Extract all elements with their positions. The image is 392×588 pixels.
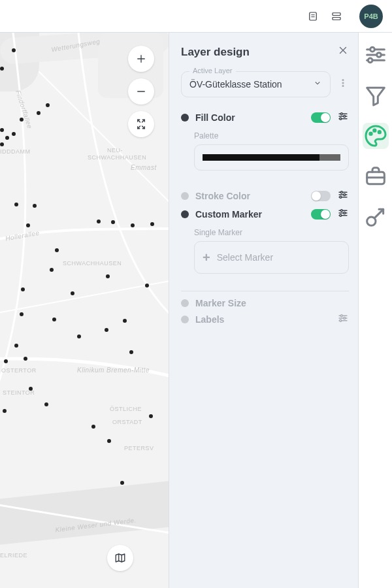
map-point — [107, 439, 111, 443]
map-point — [123, 319, 127, 323]
bullet-icon — [181, 192, 189, 200]
rail-toolbox-icon[interactable] — [363, 163, 389, 189]
custom-marker-settings-button[interactable] — [337, 207, 349, 221]
map-point — [20, 118, 24, 122]
active-layer-value: ÖV-Güteklasse Station — [189, 79, 309, 90]
fill-color-label: Fill Color — [195, 112, 304, 123]
labels-label: Labels — [195, 314, 331, 325]
rail-compass-icon[interactable] — [363, 204, 389, 230]
main-area: WetterungswegFindorffalleeNEU-SCHWACHHAU… — [0, 33, 392, 588]
map-point — [71, 291, 74, 295]
layer-design-panel: Layer design Active Layer ÖV-Güteklasse … — [169, 33, 358, 588]
map-point — [150, 222, 154, 226]
labels-row[interactable]: Labels — [181, 312, 349, 327]
fill-color-row: Fill Color — [181, 110, 349, 125]
single-marker-legend: Single Marker — [194, 228, 349, 237]
svg-point-24 — [344, 116, 346, 118]
map-canvas[interactable]: WetterungswegFindorffalleeNEU-SCHWACHHAU… — [0, 33, 169, 588]
map-point — [52, 318, 56, 321]
svg-point-17 — [342, 80, 344, 81]
fill-color-toggle[interactable] — [311, 112, 331, 123]
close-panel-button[interactable] — [337, 44, 349, 59]
svg-rect-3 — [333, 12, 340, 15]
stroke-color-toggle[interactable] — [311, 191, 331, 201]
zoom-in-button[interactable] — [128, 46, 154, 72]
panels-icon[interactable] — [329, 9, 344, 24]
svg-point-48 — [376, 53, 381, 57]
map-point — [37, 111, 41, 115]
custom-marker-label: Custom Marker — [195, 209, 304, 220]
docs-icon[interactable] — [306, 9, 320, 24]
bullet-icon — [181, 316, 189, 323]
active-layer-select[interactable]: Active Layer ÖV-Güteklasse Station — [181, 71, 331, 97]
map-point — [12, 48, 16, 52]
svg-point-51 — [369, 133, 371, 135]
stroke-color-label: Stroke Color — [195, 191, 304, 201]
chevron-down-icon — [313, 78, 322, 90]
map-point — [131, 223, 135, 227]
map-point — [0, 142, 4, 146]
svg-point-36 — [344, 212, 346, 214]
map-point — [5, 136, 9, 140]
palette-select[interactable] — [194, 144, 349, 171]
map-point — [29, 387, 33, 391]
panel-title: Layer design — [181, 46, 250, 59]
map-point — [105, 328, 108, 332]
fit-view-button[interactable] — [128, 111, 154, 137]
marker-size-label: Marker Size — [195, 298, 349, 308]
rail-sliders-icon[interactable] — [363, 42, 389, 68]
stroke-color-settings-button[interactable] — [337, 189, 349, 203]
map-point — [129, 350, 133, 354]
svg-point-47 — [370, 47, 374, 52]
svg-point-30 — [344, 194, 346, 196]
bullet-icon — [181, 299, 189, 307]
select-marker-button[interactable]: + Select Marker — [194, 241, 349, 274]
rail-filter-icon[interactable] — [363, 82, 389, 108]
svg-point-23 — [340, 113, 342, 115]
svg-point-25 — [340, 118, 342, 120]
map-point — [50, 268, 54, 272]
labels-settings-button[interactable] — [337, 312, 349, 327]
plus-icon: + — [203, 251, 210, 264]
palette-legend: Palette — [194, 131, 349, 140]
map-point — [0, 128, 4, 132]
svg-point-29 — [340, 191, 342, 193]
divider — [181, 291, 349, 291]
map-point — [14, 203, 18, 206]
svg-point-42 — [344, 318, 346, 319]
custom-marker-toggle[interactable] — [311, 209, 331, 220]
svg-point-18 — [342, 82, 344, 84]
map-point — [24, 357, 27, 361]
top-bar: P4B — [0, 0, 392, 33]
map-zoom-controls — [128, 46, 154, 137]
zoom-out-button[interactable] — [128, 78, 154, 105]
rail-palette-icon[interactable] — [363, 123, 389, 149]
svg-point-35 — [340, 210, 342, 212]
svg-point-52 — [373, 129, 375, 131]
map-point — [120, 481, 124, 485]
fill-color-settings-button[interactable] — [337, 110, 349, 125]
map-point — [55, 248, 59, 252]
avatar[interactable]: P4B — [359, 5, 383, 28]
map-point — [21, 287, 25, 291]
basemap-button[interactable] — [107, 545, 133, 571]
svg-rect-0 — [310, 12, 317, 20]
svg-marker-50 — [367, 88, 384, 105]
map-point — [14, 344, 18, 348]
svg-point-19 — [342, 86, 344, 87]
select-marker-label: Select Marker — [217, 252, 273, 263]
svg-point-49 — [368, 58, 372, 63]
map-point — [97, 220, 101, 223]
active-layer-legend: Active Layer — [189, 67, 236, 74]
layer-options-button[interactable] — [337, 77, 349, 91]
avatar-initials: P4B — [364, 12, 378, 20]
stroke-color-row: Stroke Color — [181, 189, 349, 203]
svg-point-37 — [340, 214, 342, 216]
map-point — [111, 220, 115, 224]
map-point — [33, 204, 37, 208]
map-point — [106, 274, 110, 278]
svg-marker-12 — [116, 554, 125, 562]
marker-size-row[interactable]: Marker Size — [181, 298, 349, 308]
svg-point-31 — [340, 196, 342, 198]
custom-marker-row: Custom Marker — [181, 207, 349, 221]
